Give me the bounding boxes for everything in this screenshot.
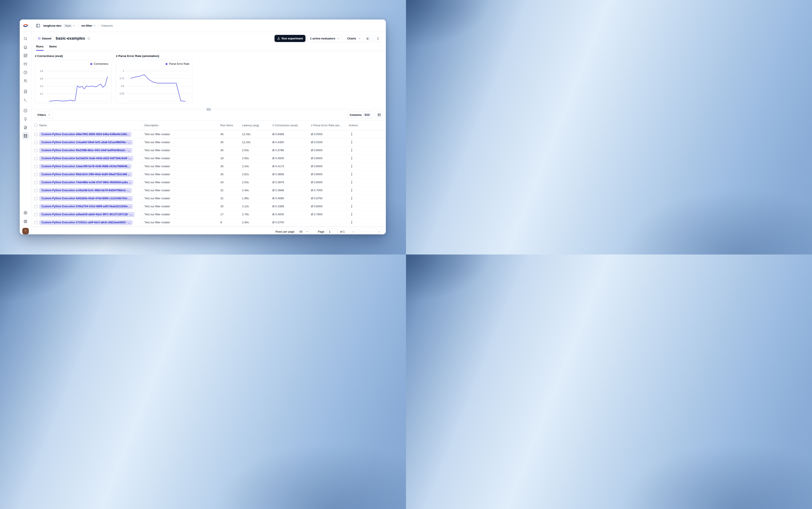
sidebar-item-playground[interactable] (22, 96, 29, 104)
run-name-link[interactable]: Custom Python Execution 74de488e-ec9d-47… (39, 180, 133, 185)
row-actions-button[interactable] (351, 205, 386, 208)
charts-dropdown[interactable]: Charts 2 (344, 35, 372, 42)
run-name-link[interactable]: Custom Python Execution 1daec0f9-5e78-43… (39, 164, 132, 169)
more-actions-button[interactable] (374, 35, 381, 42)
langfuse-logo-icon[interactable] (23, 23, 28, 29)
column-header-correctness[interactable]: # Correctness (eval) (271, 121, 309, 130)
first-page-button[interactable]: « (350, 229, 357, 235)
sidebar-logo-cell (20, 20, 31, 32)
column-header-run-items[interactable]: Run Items (219, 121, 240, 130)
row-actions-button[interactable] (351, 213, 386, 216)
sidebar-item-support[interactable] (22, 218, 29, 225)
last-page-button[interactable]: » (376, 229, 382, 235)
table-row[interactable]: Custom Python Execution 9fe23f98-881e-44… (31, 146, 386, 154)
sidebar-item-prompts[interactable] (22, 88, 29, 95)
run-name-link[interactable]: Custom Python Execution 9fe23f98-881e-44… (39, 148, 132, 153)
page-number-input[interactable] (327, 229, 338, 235)
run-experiment-button[interactable]: Run experiment (274, 35, 305, 42)
table-row[interactable]: Custom Python Execution 114aa9ef-29e6-4e… (31, 138, 386, 146)
row-checkbox[interactable] (34, 165, 37, 168)
sidebar-item-dashboards[interactable] (22, 52, 29, 59)
row-actions-button[interactable] (351, 221, 386, 224)
breadcrumb-section[interactable]: Datasets (101, 24, 113, 27)
table-row[interactable]: Custom Python Execution fe91b83e-04a5-47… (31, 194, 386, 202)
table-row[interactable]: Custom Python Execution 5a15a616-1bab-44… (31, 154, 386, 162)
sidebar-item-users[interactable] (22, 77, 29, 84)
column-header-parse-error-rate[interactable]: # Parse Error Rate (an... (309, 121, 347, 130)
next-page-button[interactable]: › (367, 229, 374, 235)
sidebar-toggle-icon[interactable] (36, 23, 40, 28)
row-actions-button[interactable] (351, 173, 386, 176)
row-checkbox[interactable] (34, 141, 37, 144)
org-switcher[interactable]: Team (63, 24, 76, 28)
row-actions-button[interactable] (351, 141, 386, 144)
chart-correctness: # Correctness (eval) 0.20.40.60.8 Correc… (35, 54, 111, 109)
row-actions-button[interactable] (351, 181, 386, 184)
row-checkbox[interactable] (34, 181, 37, 184)
run-name-link[interactable]: Custom Python Execution f6bb1614-1f90-40… (39, 172, 132, 177)
run-name-link[interactable]: Custom Python Execution d66e7991-8595-45… (39, 132, 131, 137)
environment-switcher[interactable]: no-filter (81, 24, 96, 27)
table-row[interactable]: Custom Python Execution 1daec0f9-5e78-43… (31, 162, 386, 170)
rows-per-page-select[interactable]: 50 (297, 229, 310, 235)
run-name-link[interactable]: Custom Python Execution 076b2704-341d-48… (39, 204, 133, 209)
column-header-description[interactable]: Description (142, 121, 219, 130)
sidebar-item-llm-as-a-judge[interactable] (22, 115, 29, 123)
row-checkbox[interactable] (34, 221, 37, 224)
column-header-name[interactable]: Name (39, 121, 142, 130)
run-name-link[interactable]: Custom Python Execution fe91b83e-04a5-47… (39, 196, 133, 201)
table-row[interactable]: Custom Python Execution d66e7991-8595-45… (31, 130, 386, 138)
columns-button[interactable]: Columns 8/15 (347, 111, 374, 118)
sidebar-item-search[interactable] (22, 35, 29, 42)
tab-runs[interactable]: Runs (36, 45, 43, 51)
table-row[interactable]: Custom Python Execution 371f531c-abff-4d… (31, 218, 386, 226)
filters-button[interactable]: Filters (35, 111, 53, 118)
column-header-latency[interactable]: Latency (avg) (240, 121, 271, 130)
tab-items[interactable]: Items (49, 45, 57, 51)
run-name-link[interactable]: Custom Python Execution 371f531c-abff-4d… (39, 220, 133, 225)
sidebar-item-settings[interactable] (22, 209, 29, 216)
user-avatar[interactable] (22, 228, 29, 234)
row-height-button[interactable] (376, 111, 382, 118)
breadcrumb-project[interactable]: langfuse-dev (43, 24, 61, 27)
run-name-link[interactable]: Custom Python Execution adfae619-abb0-4d… (39, 212, 135, 217)
row-actions-button[interactable] (351, 165, 386, 168)
table-row[interactable]: Custom Python Execution 076b2704-341d-48… (31, 202, 386, 210)
resize-grip-handle[interactable] (206, 108, 211, 111)
table-row[interactable]: Custom Python Execution adfae619-abb0-4d… (31, 210, 386, 218)
sidebar-item-datasets[interactable] (22, 132, 29, 139)
dataset-header: Dataset basic-examples Run experiment 1 … (31, 32, 386, 51)
previous-page-button[interactable]: ‹ (359, 229, 365, 235)
run-name-link[interactable]: Custom Python Execution 114aa9ef-29e6-4e… (39, 140, 133, 145)
row-checkbox[interactable] (34, 189, 37, 192)
run-name-link[interactable]: Custom Python Execution e14fa348-5cfc-49… (39, 188, 132, 193)
row-checkbox[interactable] (34, 133, 37, 136)
table-row[interactable]: Custom Python Execution e14fa348-5cfc-49… (31, 186, 386, 194)
select-all-checkbox[interactable] (34, 124, 37, 127)
row-checkbox[interactable] (34, 197, 37, 200)
row-checkbox[interactable] (34, 173, 37, 176)
run-name-link[interactable]: Custom Python Execution 5a15a616-1bab-44… (39, 156, 133, 161)
sidebar-item-sessions[interactable] (22, 69, 29, 76)
sidebar-item-annotation[interactable] (22, 124, 29, 131)
sidebar-item-evaluation[interactable] (22, 107, 29, 114)
info-icon[interactable] (87, 37, 90, 40)
row-actions-button[interactable] (351, 149, 386, 151)
row-actions-button[interactable] (351, 157, 386, 160)
row-checkbox[interactable] (34, 157, 37, 160)
search-icon (24, 37, 28, 41)
correctness-value: Ø 0.4065 (271, 194, 309, 202)
table-row[interactable]: Custom Python Execution 74de488e-ec9d-47… (31, 178, 386, 186)
sidebar-item-home[interactable] (22, 43, 29, 51)
row-actions-button[interactable] (351, 189, 386, 192)
parse-error-value: Ø 0.6000 (309, 170, 347, 178)
row-checkbox[interactable] (34, 205, 37, 208)
row-actions-button[interactable] (351, 133, 386, 136)
latency-value: 2.79s (240, 210, 271, 218)
sidebar-item-tracing[interactable] (22, 60, 29, 68)
evaluators-dropdown[interactable]: 1 active evaluators (307, 35, 342, 42)
row-checkbox[interactable] (34, 149, 37, 152)
row-actions-button[interactable] (351, 197, 386, 200)
row-checkbox[interactable] (34, 213, 37, 216)
table-row[interactable]: Custom Python Execution f6bb1614-1f90-40… (31, 170, 386, 178)
